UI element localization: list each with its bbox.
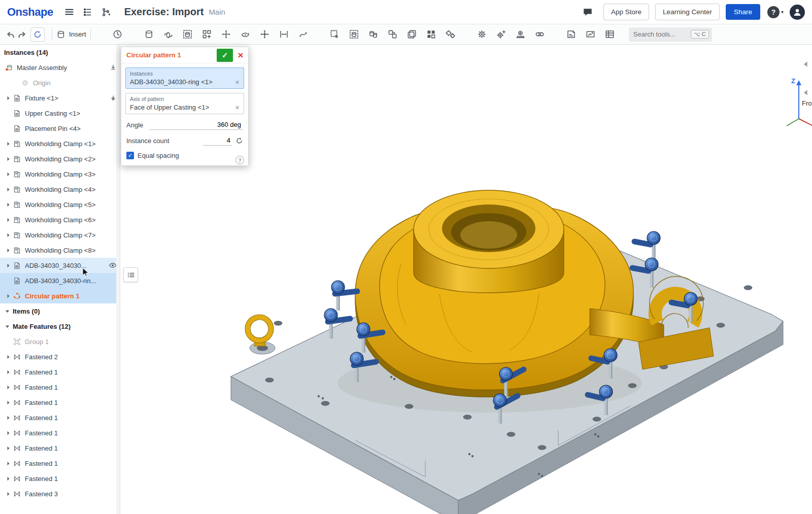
- gear-add-icon[interactable]: [496, 29, 507, 40]
- expand-chevron-icon[interactable]: [4, 384, 12, 391]
- expand-chevron-icon[interactable]: [4, 369, 12, 375]
- tree-item-workholding-clamp-4[interactable]: Workholding Clamp <4>: [0, 182, 120, 197]
- duplicate-icon[interactable]: [368, 29, 379, 40]
- expand-chevron-icon[interactable]: [4, 430, 12, 436]
- tree-item-placement-pin-4[interactable]: Placement Pin <4>: [0, 121, 120, 136]
- expand-chevron-icon[interactable]: [4, 232, 12, 238]
- box-select-icon[interactable]: [329, 29, 341, 40]
- tree-item-adb-34030-34030[interactable]: ADB-34030_34030...: [0, 258, 120, 273]
- axis-of-pattern-field[interactable]: Axis of pattern Face of Upper Casting <1…: [125, 93, 244, 114]
- app-store-button[interactable]: App Store: [603, 4, 649, 20]
- clear-selection-icon[interactable]: ×: [235, 104, 240, 111]
- rack-pinion-icon[interactable]: [515, 29, 526, 40]
- tree-item-fastened-1[interactable]: Fastened 1: [0, 380, 120, 395]
- angle-input[interactable]: [149, 120, 243, 130]
- tree-item-adb-34030-34030-rin[interactable]: ADB-34030_34030-rin...: [0, 273, 120, 288]
- rotate-icon[interactable]: [240, 29, 251, 40]
- history-clock-icon[interactable]: [112, 29, 123, 40]
- copy-in-context-icon[interactable]: [407, 29, 418, 40]
- expand-chevron-icon[interactable]: [4, 415, 12, 421]
- linear-pattern-icon[interactable]: [201, 29, 213, 40]
- tree-item-fastened-3[interactable]: Fastened 3: [0, 486, 120, 501]
- equal-spacing-checkbox[interactable]: ✓ Equal spacing: [126, 152, 179, 159]
- tree-item-fastened-1[interactable]: Fastened 1: [0, 410, 120, 425]
- instance-count-input[interactable]: [203, 135, 232, 146]
- expand-chevron-icon[interactable]: [4, 293, 12, 299]
- tree-item-fastened-1[interactable]: Fastened 1: [0, 395, 120, 410]
- structure-list-button[interactable]: [123, 267, 138, 282]
- workholding-clamp-knob[interactable]: [634, 231, 660, 261]
- dialog-accept-button[interactable]: ✓: [217, 49, 233, 62]
- pattern-grid-icon[interactable]: [426, 29, 437, 40]
- expand-chevron-icon[interactable]: [4, 247, 12, 254]
- expand-chevron-icon[interactable]: [4, 156, 12, 162]
- dialog-cancel-button[interactable]: ×: [233, 49, 248, 62]
- dialog-help-icon[interactable]: ?: [235, 156, 244, 164]
- expand-chevron-icon[interactable]: [4, 445, 12, 452]
- expand-chevron-icon[interactable]: [4, 141, 12, 147]
- tree-item-fastened-1[interactable]: Fastened 1: [0, 425, 120, 440]
- tree-item-workholding-clamp-8[interactable]: Workholding Clamp <8>: [0, 243, 120, 258]
- snap-move-icon[interactable]: [259, 29, 270, 40]
- expand-chevron-icon[interactable]: [4, 475, 12, 482]
- view-triad[interactable]: Z Fro: [780, 74, 812, 130]
- tree-item-fastened-1[interactable]: Fastened 1: [0, 471, 120, 486]
- mirror-icon[interactable]: [445, 29, 456, 40]
- tree-item-master-assembly[interactable]: Master Assembly: [0, 60, 120, 75]
- mate-features-header[interactable]: Mate Features (12): [0, 319, 120, 334]
- expand-chevron-icon[interactable]: [4, 95, 12, 101]
- translate-icon[interactable]: [221, 29, 232, 40]
- tree-item-workholding-clamp-2[interactable]: Workholding Clamp <2>: [0, 151, 120, 166]
- undo-icon[interactable]: [5, 29, 16, 40]
- instances-header[interactable]: Instances (14): [0, 45, 120, 60]
- instances-field[interactable]: Instances ADB-34030_34030-ring <1> ×: [125, 67, 244, 89]
- tree-item-fastened-2[interactable]: Fastened 2: [0, 349, 120, 364]
- user-avatar[interactable]: [790, 5, 805, 20]
- insert-studio-icon[interactable]: [349, 29, 360, 40]
- workholding-clamp-knob[interactable]: [331, 281, 357, 311]
- belt-icon[interactable]: [534, 29, 546, 40]
- clear-selection-icon[interactable]: ×: [235, 78, 240, 86]
- sidebar-scrollbar[interactable]: [116, 45, 120, 514]
- update-icon[interactable]: [30, 27, 45, 42]
- tree-item-upper-casting-1[interactable]: Upper Casting <1>: [0, 106, 120, 121]
- expand-chevron-icon[interactable]: [4, 186, 12, 193]
- annotate-icon[interactable]: [585, 29, 596, 40]
- expand-chevron-icon[interactable]: [4, 460, 12, 467]
- tree-item-workholding-clamp-7[interactable]: Workholding Clamp <7>: [0, 227, 120, 243]
- gear-relation-icon[interactable]: [477, 29, 488, 40]
- in-context-icon[interactable]: [182, 29, 193, 40]
- viewport-nav-arrow-icon[interactable]: [801, 60, 810, 70]
- learning-center-button[interactable]: Learning Center: [655, 4, 720, 20]
- expand-chevron-icon[interactable]: [4, 262, 12, 269]
- search-tools-box[interactable]: ⌥ C: [629, 27, 712, 42]
- tree-item-circular-pattern-1[interactable]: Circular pattern 1: [0, 288, 120, 303]
- insert-button[interactable]: Insert: [56, 30, 86, 39]
- bom-table-icon[interactable]: [604, 29, 616, 40]
- expand-chevron-icon[interactable]: [4, 491, 12, 497]
- expand-chevron-icon[interactable]: [4, 171, 12, 178]
- branch-icon[interactable]: [99, 5, 113, 19]
- hoist-ring[interactable]: [245, 315, 275, 354]
- eye-visibility-icon[interactable]: [109, 261, 117, 269]
- redo-icon[interactable]: [16, 29, 27, 40]
- tree-item-origin[interactable]: Origin: [0, 75, 120, 90]
- drawing-icon[interactable]: [566, 29, 577, 40]
- replicate-icon[interactable]: [387, 29, 398, 40]
- tree-item-workholding-clamp-6[interactable]: Workholding Clamp <6>: [0, 212, 120, 227]
- tree-item-fastened-1[interactable]: Fastened 1: [0, 440, 120, 456]
- revolve-tool-icon[interactable]: [163, 29, 174, 40]
- version-graph-icon[interactable]: [81, 5, 95, 19]
- expand-chevron-icon[interactable]: [4, 354, 12, 360]
- expand-chevron-icon[interactable]: [4, 399, 12, 406]
- workspace-name[interactable]: Main: [209, 8, 225, 16]
- help-menu-button[interactable]: ? ▾: [767, 6, 784, 18]
- hamburger-menu-icon[interactable]: [62, 5, 77, 19]
- tree-item-group-1[interactable]: Group 1: [0, 334, 120, 349]
- tree-item-fastened-1[interactable]: Fastened 1: [0, 456, 120, 471]
- items-header[interactable]: Items (0): [0, 303, 120, 319]
- tree-item-fastened-1[interactable]: Fastened 1: [0, 364, 120, 380]
- tree-item-workholding-clamp-3[interactable]: Workholding Clamp <3>: [0, 166, 120, 182]
- expand-chevron-icon[interactable]: [4, 217, 12, 223]
- measure-icon[interactable]: [279, 29, 290, 40]
